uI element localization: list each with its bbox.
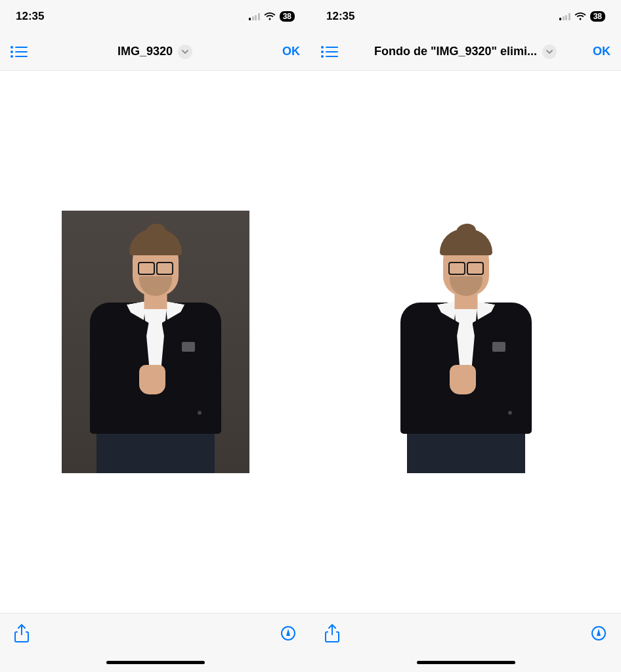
toolbar bbox=[0, 613, 310, 652]
share-icon[interactable] bbox=[325, 624, 339, 642]
svg-point-11 bbox=[321, 55, 324, 58]
svg-rect-3 bbox=[15, 51, 28, 52]
ok-button[interactable]: OK bbox=[282, 45, 300, 58]
svg-point-7 bbox=[321, 46, 324, 49]
markup-icon[interactable] bbox=[280, 625, 296, 641]
svg-rect-10 bbox=[326, 51, 338, 52]
list-icon[interactable] bbox=[11, 45, 28, 58]
home-indicator-area bbox=[310, 652, 621, 672]
home-indicator[interactable] bbox=[417, 661, 515, 664]
chevron-down-icon bbox=[178, 45, 192, 59]
svg-point-2 bbox=[11, 51, 13, 53]
svg-rect-12 bbox=[326, 56, 338, 57]
svg-point-0 bbox=[11, 46, 13, 49]
nav-title-wrap[interactable]: Fondo de "IMG_9320" elimi... bbox=[338, 45, 593, 59]
image-viewer[interactable] bbox=[0, 71, 310, 613]
status-bar: 12:35 38 bbox=[0, 0, 310, 33]
status-icons: 38 bbox=[249, 11, 295, 22]
phone-screen-right: 12:35 38 Fondo de "IMG_9320" elimi... OK bbox=[310, 0, 621, 672]
wifi-icon bbox=[574, 12, 586, 20]
share-icon[interactable] bbox=[14, 624, 29, 642]
status-time: 12:35 bbox=[326, 10, 354, 23]
status-time: 12:35 bbox=[16, 10, 44, 23]
toolbar bbox=[310, 613, 621, 652]
cellular-icon bbox=[249, 12, 260, 20]
nav-title: Fondo de "IMG_9320" elimi... bbox=[374, 45, 537, 58]
phone-screen-left: 12:35 38 IMG_9320 OK bbox=[0, 0, 310, 672]
cellular-icon bbox=[559, 12, 570, 20]
status-icons: 38 bbox=[559, 11, 605, 22]
status-bar: 12:35 38 bbox=[310, 0, 621, 33]
svg-point-9 bbox=[321, 51, 324, 53]
nav-bar: IMG_9320 OK bbox=[0, 33, 310, 71]
nav-bar: Fondo de "IMG_9320" elimi... OK bbox=[310, 33, 621, 71]
chevron-down-icon bbox=[542, 45, 557, 59]
nav-title: IMG_9320 bbox=[118, 45, 173, 58]
wifi-icon bbox=[264, 12, 276, 20]
svg-rect-5 bbox=[15, 56, 28, 57]
svg-rect-1 bbox=[15, 47, 28, 48]
home-indicator[interactable] bbox=[106, 661, 205, 664]
photo-background-removed bbox=[372, 211, 560, 473]
home-indicator-area bbox=[0, 652, 310, 672]
nav-title-wrap[interactable]: IMG_9320 bbox=[28, 45, 282, 59]
svg-point-4 bbox=[11, 55, 13, 58]
battery-icon: 38 bbox=[590, 11, 605, 22]
photo-original bbox=[62, 211, 249, 473]
image-viewer[interactable] bbox=[310, 71, 621, 613]
battery-icon: 38 bbox=[280, 11, 295, 22]
ok-button[interactable]: OK bbox=[593, 45, 610, 58]
svg-rect-8 bbox=[326, 47, 338, 48]
list-icon[interactable] bbox=[321, 45, 338, 58]
markup-icon[interactable] bbox=[591, 625, 607, 641]
